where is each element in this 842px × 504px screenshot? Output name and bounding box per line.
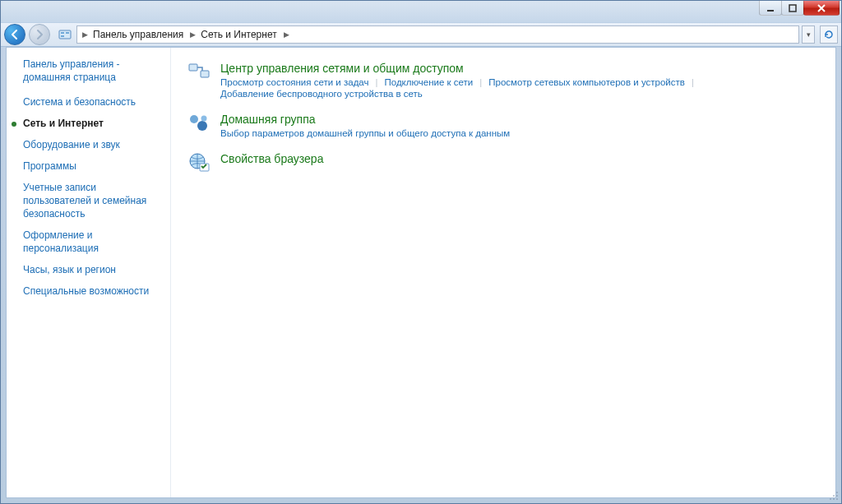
- category-homegroup: Домашняя группа Выбор параметров домашне…: [187, 112, 819, 138]
- task-link[interactable]: Подключение к сети: [384, 77, 473, 87]
- close-button[interactable]: [803, 1, 840, 16]
- sidebar: Панель управления - домашняя страница Си…: [7, 48, 171, 497]
- category-body: Домашняя группа Выбор параметров домашне…: [220, 112, 819, 138]
- category-internet-options: Свойства браузера: [187, 151, 819, 174]
- sidebar-item-appearance[interactable]: Оформление и персонализация: [23, 229, 164, 255]
- svg-rect-5: [61, 35, 64, 37]
- chevron-right-icon[interactable]: ▶: [185, 30, 199, 39]
- svg-point-16: [830, 498, 831, 500]
- breadcrumb-item[interactable]: Панель управления: [93, 29, 183, 40]
- category-title-link[interactable]: Свойства браузера: [220, 151, 819, 166]
- sidebar-item-hardware-sound[interactable]: Оборудование и звук: [23, 138, 164, 151]
- sidebar-item-programs[interactable]: Программы: [23, 160, 164, 173]
- svg-rect-3: [61, 32, 64, 34]
- category-links: Просмотр состояния сети и задач | Подклю…: [220, 77, 819, 99]
- task-link[interactable]: Выбор параметров домашней группы и общег…: [220, 128, 510, 138]
- svg-rect-7: [201, 71, 209, 77]
- titlebar: [1, 1, 841, 22]
- svg-point-10: [201, 116, 207, 122]
- svg-point-9: [197, 121, 207, 131]
- content: Центр управления сетями и общим доступом…: [171, 48, 835, 497]
- svg-rect-0: [767, 10, 774, 12]
- svg-point-14: [833, 495, 835, 497]
- sidebar-home-link[interactable]: Панель управления - домашняя страница: [23, 58, 164, 84]
- nav-back-button[interactable]: [4, 24, 25, 45]
- homegroup-icon: [187, 112, 210, 135]
- link-separator: |: [473, 77, 488, 87]
- nav-forward-button[interactable]: [29, 24, 50, 45]
- svg-rect-4: [66, 32, 69, 34]
- breadcrumb-item[interactable]: Сеть и Интернет: [201, 29, 276, 40]
- breadcrumb[interactable]: ▶ Панель управления ▶ Сеть и Интернет ▶: [76, 25, 799, 44]
- link-separator: |: [368, 77, 384, 87]
- category-links: Выбор параметров домашней группы и общег…: [220, 128, 819, 138]
- chevron-right-icon[interactable]: ▶: [279, 30, 293, 39]
- maximize-button[interactable]: [781, 1, 804, 16]
- network-sharing-icon: [187, 61, 210, 84]
- sidebar-item-network-internet[interactable]: Сеть и Интернет: [23, 117, 164, 130]
- svg-rect-2: [59, 30, 71, 39]
- sidebar-item-user-accounts[interactable]: Учетные записи пользователей и семейная …: [23, 181, 164, 220]
- minimize-button[interactable]: [759, 1, 782, 16]
- svg-rect-1: [789, 5, 796, 12]
- link-separator: |: [685, 77, 701, 87]
- svg-point-13: [836, 492, 838, 493]
- category-title-link[interactable]: Центр управления сетями и общим доступом: [220, 61, 819, 76]
- task-link[interactable]: Добавление беспроводного устройства в се…: [220, 89, 423, 99]
- body: Панель управления - домашняя страница Си…: [6, 47, 836, 498]
- category-network-sharing: Центр управления сетями и общим доступом…: [187, 61, 819, 99]
- task-link[interactable]: Просмотр состояния сети и задач: [220, 77, 368, 87]
- chevron-right-icon[interactable]: ▶: [81, 30, 91, 39]
- internet-options-icon: [187, 151, 210, 174]
- sidebar-item-ease-access[interactable]: Специальные возможности: [23, 284, 164, 298]
- category-body: Свойства браузера: [220, 151, 819, 168]
- sidebar-item-clock-language[interactable]: Часы, язык и регион: [23, 263, 164, 276]
- svg-point-8: [190, 115, 198, 123]
- refresh-button[interactable]: [820, 25, 838, 44]
- category-title-link[interactable]: Домашняя группа: [220, 112, 819, 127]
- svg-point-17: [833, 498, 835, 500]
- resize-grip[interactable]: [827, 489, 839, 501]
- address-bar: ▶ Панель управления ▶ Сеть и Интернет ▶ …: [1, 22, 841, 47]
- svg-rect-6: [189, 64, 197, 71]
- svg-point-18: [836, 498, 838, 500]
- control-panel-icon: [58, 28, 72, 41]
- task-link[interactable]: Просмотр сетевых компьютеров и устройств: [488, 77, 685, 87]
- window-controls: [760, 1, 840, 16]
- category-body: Центр управления сетями и общим доступом…: [220, 61, 819, 99]
- control-panel-window: ▶ Панель управления ▶ Сеть и Интернет ▶ …: [0, 0, 842, 504]
- sidebar-item-system-security[interactable]: Система и безопасность: [23, 95, 164, 109]
- address-dropdown-button[interactable]: ▾: [802, 25, 815, 44]
- svg-point-15: [836, 495, 838, 497]
